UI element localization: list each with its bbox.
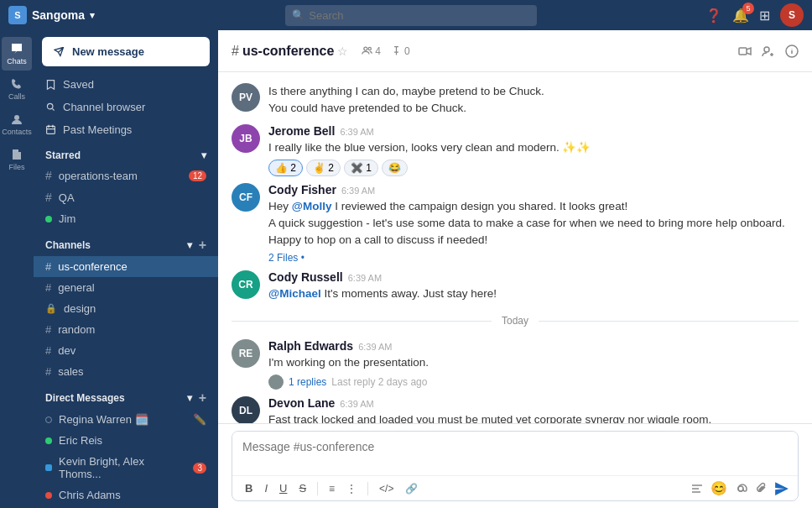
channel-members-meta: 4 <box>362 45 381 57</box>
dm-chris-adams[interactable]: Chris Adams <box>34 484 218 505</box>
channels-collapse-icon: ▾ <box>187 239 192 251</box>
sidebar-channel-browser[interactable]: Channel browser <box>34 96 218 118</box>
app-name: Sangoma <box>32 8 85 22</box>
apps-icon[interactable]: ⊞ <box>759 8 770 24</box>
starred-operations-team[interactable]: # operations-team 12 <box>34 165 218 186</box>
channel-design-label: design <box>64 302 96 315</box>
sidebar-past-meetings[interactable]: Past Meetings <box>34 118 218 141</box>
reaction[interactable]: 👍 2 <box>268 160 303 176</box>
dm-kevin-group[interactable]: Kevin Bright, Alex Thoms... 3 <box>34 451 218 484</box>
avatar: PV <box>232 83 260 112</box>
replies-info-ralph[interactable]: 1 replies Last reply 2 days ago <box>268 374 799 390</box>
sidebar-icon-chats[interactable]: Chats <box>2 37 32 71</box>
message-text-codyr: @Michael It's moments away. Just stay he… <box>268 285 799 302</box>
underline-button[interactable]: U <box>275 479 291 497</box>
dm-add-icon[interactable]: + <box>199 390 206 406</box>
avatar-codyf: CF <box>232 183 260 212</box>
channel-name: us-conference <box>242 44 334 59</box>
channel-title: # us-conference ☆ <box>232 44 348 59</box>
link-button[interactable]: 🔗 <box>401 480 422 497</box>
channel-design[interactable]: 🔒 design <box>34 298 218 319</box>
video-icon[interactable] <box>738 45 752 58</box>
code-button[interactable]: </> <box>375 480 398 497</box>
dm-regina-warren[interactable]: Regina Warren 🗓️ ✏️ <box>34 409 218 430</box>
reaction[interactable]: ✖️ 1 <box>344 160 378 176</box>
dm-section-header[interactable]: Direct Messages ▾ + <box>34 382 218 409</box>
pencil-icon[interactable]: ✏️ <box>193 413 206 426</box>
sidebar-icon-contacts[interactable]: Contacts <box>2 107 32 141</box>
hash-icon: # <box>45 169 52 182</box>
status-dot-online <box>45 216 52 223</box>
info-icon[interactable] <box>785 45 799 58</box>
hash-icon-dev: # <box>45 344 51 357</box>
starred-jim[interactable]: Jim <box>34 208 218 229</box>
date-divider: Today <box>232 306 799 335</box>
channel-us-conference[interactable]: # us-conference <box>34 256 218 277</box>
strikethrough-button[interactable]: S <box>294 479 310 497</box>
message-content-codyf: Cody Fisher 6:39 AM Hey @Molly I reviewe… <box>268 183 799 264</box>
icon-files-label: Files <box>8 163 24 171</box>
svg-point-3 <box>364 47 367 50</box>
message-author-codyf: Cody Fisher <box>268 183 336 196</box>
channel-star-icon[interactable]: ☆ <box>337 45 348 58</box>
starred-header-label: Starred <box>45 149 81 161</box>
list-ul-button[interactable]: ⋮ <box>342 480 361 497</box>
starred-section-header[interactable]: Starred ▾ <box>34 141 218 165</box>
notifications-icon[interactable]: 🔔 5 <box>732 8 749 24</box>
files-info[interactable]: 2 Files • <box>268 252 799 264</box>
attachment-icon[interactable] <box>754 482 768 495</box>
message-author-jerome: Jerome Bell <box>268 124 335 138</box>
reaction[interactable]: 😂 <box>382 160 408 176</box>
dm-regina-label: Regina Warren 🗓️ <box>59 413 148 426</box>
dm-chris-label: Chris Adams <box>59 489 121 501</box>
format-icon[interactable] <box>690 482 704 495</box>
add-member-icon[interactable] <box>762 45 775 58</box>
new-message-button[interactable]: New message <box>42 37 210 66</box>
at-icon[interactable] <box>734 482 747 495</box>
divider-label: Today <box>492 315 539 327</box>
notifications-badge: 5 <box>742 3 754 14</box>
sidebar-saved[interactable]: Saved <box>34 73 218 96</box>
dm-eric-reis[interactable]: Eric Reis <box>34 430 218 451</box>
italic-button[interactable]: I <box>260 479 272 497</box>
user-avatar[interactable]: S <box>780 3 804 27</box>
help-icon[interactable]: ❓ <box>705 8 722 24</box>
channel-general[interactable]: # general <box>34 277 218 298</box>
search-input[interactable] <box>285 5 537 26</box>
reply-avatar <box>268 374 284 390</box>
message-group-codyf: CF Cody Fisher 6:39 AM Hey @Molly I revi… <box>232 181 799 266</box>
channel-random[interactable]: # random <box>34 319 218 340</box>
messages-area: PV Is there anything I can do, maybe pre… <box>218 72 812 423</box>
svg-rect-5 <box>739 48 747 55</box>
toolbar-separator <box>317 482 318 495</box>
message-input-box: B I U S ≡ ⋮ </> 🔗 😊 <box>232 431 799 501</box>
channels-header-actions: ▾ + <box>187 238 206 253</box>
send-button[interactable] <box>774 481 789 496</box>
message-header-codyr: Cody Russell 6:39 AM <box>268 270 799 284</box>
sidebar-icon-calls[interactable]: Calls <box>2 72 32 106</box>
list-ol-button[interactable]: ≡ <box>325 480 339 497</box>
channel-header: # us-conference ☆ 4 0 <box>218 30 812 72</box>
dm-header-actions: ▾ + <box>187 390 206 406</box>
svg-point-0 <box>14 115 19 120</box>
emoji-icon[interactable]: 😊 <box>710 480 727 496</box>
starred-qa[interactable]: # QA <box>34 186 218 208</box>
sidebar-channel-browser-label: Channel browser <box>63 101 145 113</box>
message-content-codyr: Cody Russell 6:39 AM @Michael It's momen… <box>268 270 799 302</box>
message-text-jerome: I really like the blue version, looks ve… <box>268 139 799 156</box>
reaction[interactable]: ✌️ 2 <box>306 160 341 176</box>
sidebar-icon-files[interactable]: Files <box>2 143 32 176</box>
message-group-ralph: RE Ralph Edwards 6:39 AM I'm working on … <box>232 337 799 392</box>
message-input[interactable] <box>232 432 798 475</box>
bold-button[interactable]: B <box>241 479 257 497</box>
channels-section-header[interactable]: Channels ▾ + <box>34 229 218 256</box>
toolbar-separator2 <box>367 482 368 495</box>
channel-hash-icon: # <box>232 44 239 59</box>
message-author-devon1: Devon Lane <box>268 396 335 410</box>
app-caret[interactable]: ▾ <box>90 10 95 21</box>
message-group-jerome: JB Jerome Bell 6:39 AM I really like the… <box>232 122 799 179</box>
channel-dev[interactable]: # dev <box>34 340 218 361</box>
channels-add-icon[interactable]: + <box>199 238 206 253</box>
channel-sales[interactable]: # sales <box>34 361 218 382</box>
hash-icon-us-conference: # <box>45 260 51 273</box>
